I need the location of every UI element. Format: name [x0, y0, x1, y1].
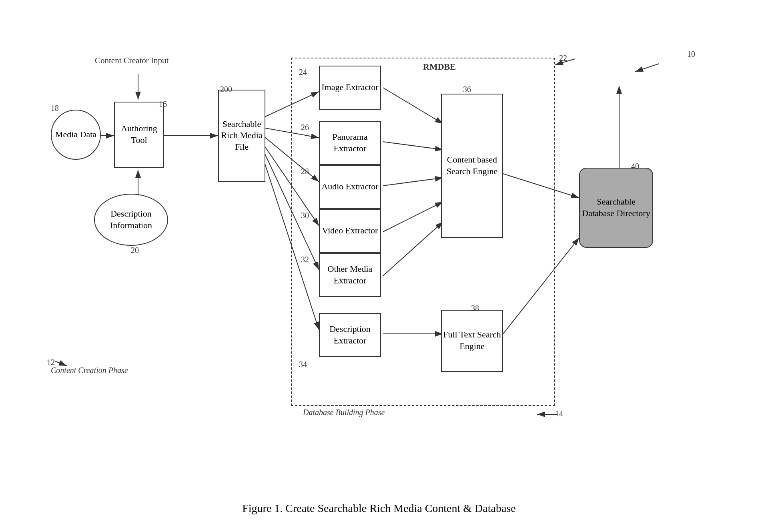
other-media-extractor-label: Other Media Extractor	[320, 263, 380, 286]
content-creator-input-label: Content Creator Input	[95, 56, 168, 66]
ref-34: 34	[299, 360, 307, 369]
ref-18: 18	[51, 104, 59, 113]
audio-extractor-node: Audio Extractor	[319, 165, 381, 209]
svg-line-22	[555, 59, 575, 65]
ref-20: 20	[131, 246, 139, 255]
full-text-search-engine-label: Full Text Search Engine	[442, 329, 502, 352]
description-extractor-node: Description Extractor	[319, 313, 381, 357]
image-extractor-node: Image Extractor	[319, 66, 381, 110]
content-creation-phase-label: Content Creation Phase	[51, 366, 128, 375]
full-text-search-engine-node: Full Text Search Engine	[441, 310, 503, 372]
svg-line-23	[55, 361, 67, 366]
ref14-arrow	[535, 408, 559, 420]
database-building-phase-label: Database Building Phase	[303, 408, 385, 417]
authoring-tool-node: Authoring Tool	[114, 102, 164, 168]
ref-40: 40	[631, 162, 639, 171]
media-data-node: Media Data	[51, 110, 101, 160]
panorama-extractor-label: Panorama Extractor	[320, 131, 380, 154]
description-info-label: Description Information	[95, 208, 167, 231]
image-extractor-label: Image Extractor	[321, 82, 378, 93]
figure-caption-text: Figure 1. Create Searchable Rich Media C…	[242, 502, 515, 514]
ref-28: 28	[301, 167, 309, 176]
searchable-db-node: Searchable Database Directory	[579, 168, 653, 248]
figure-caption: Figure 1. Create Searchable Rich Media C…	[242, 502, 515, 515]
svg-line-21	[635, 64, 659, 72]
ref-200: 200	[220, 85, 232, 94]
diagram: 10 Content Creator Input Media Data 18 A…	[39, 26, 719, 486]
ref-24: 24	[299, 68, 307, 77]
searchable-rich-media-label: Searchable Rich Media File	[219, 118, 265, 153]
panorama-extractor-node: Panorama Extractor	[319, 121, 381, 165]
audio-extractor-label: Audio Extractor	[321, 181, 378, 193]
other-media-extractor-node: Other Media Extractor	[319, 253, 381, 297]
searchable-db-label: Searchable Database Directory	[580, 196, 652, 219]
searchable-rich-media-node: Searchable Rich Media File	[218, 90, 265, 182]
ref-38: 38	[471, 304, 479, 313]
content-based-search-engine-node: Content based Search Engine	[441, 94, 503, 238]
ref-32: 32	[301, 255, 309, 264]
ref-16: 16	[159, 100, 167, 109]
ref-10: 10	[687, 50, 695, 59]
video-extractor-label: Video Extractor	[322, 225, 378, 237]
rmdbe-label: RMDBE	[423, 62, 456, 72]
authoring-tool-label: Authoring Tool	[115, 123, 163, 146]
ref-26: 26	[301, 123, 309, 132]
ref-30: 30	[301, 211, 309, 220]
video-extractor-node: Video Extractor	[319, 209, 381, 253]
description-extractor-label: Description Extractor	[320, 323, 380, 346]
ref-36: 36	[463, 85, 471, 94]
media-data-label: Media Data	[55, 129, 96, 141]
description-info-node: Description Information	[94, 194, 168, 246]
content-based-search-engine-label: Content based Search Engine	[442, 154, 502, 177]
ref22-arrow	[551, 53, 583, 69]
